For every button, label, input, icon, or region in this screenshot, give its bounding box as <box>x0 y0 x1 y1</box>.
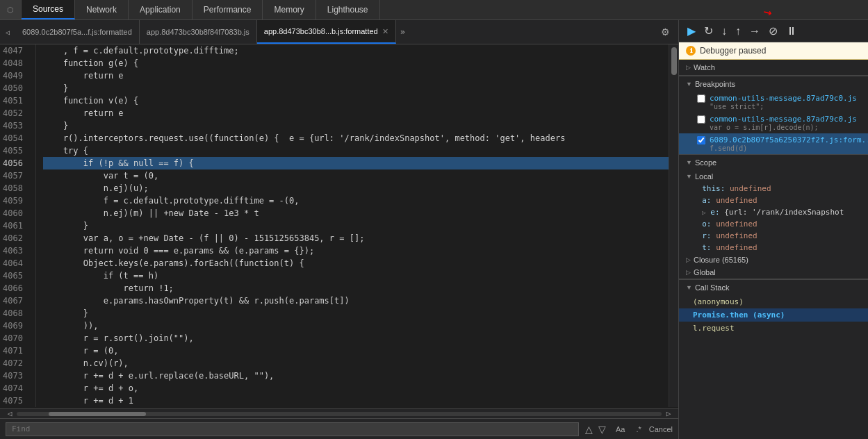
call-stack-item-2[interactable]: Promise.then (async) <box>679 308 868 322</box>
code-line-4056[interactable]: if (!p && null == f) { <box>43 157 669 169</box>
line-number-4049: 4049 <box>3 69 28 82</box>
breakpoints-section-header[interactable]: ▼ Breakpoints <box>679 76 868 92</box>
h-scroll-left[interactable]: ◁ <box>3 409 17 418</box>
closure-group-header[interactable]: ▷ Closure (65165) <box>679 254 868 266</box>
code-line-4069[interactable]: )), <box>43 320 669 332</box>
resume-btn[interactable]: ▶ <box>685 23 698 39</box>
search-next-btn[interactable]: ▽ <box>596 424 608 435</box>
h-scrollbar-track[interactable] <box>17 412 662 416</box>
editor-tab-3[interactable]: app.8d473bc30b8...b.js:formatted ✕ <box>257 20 396 44</box>
line-number-4063: 4063 <box>3 245 28 257</box>
code-line-4072[interactable]: n.cv)(r), <box>43 357 669 370</box>
h-scrollbar-thumb[interactable] <box>49 412 145 416</box>
tab-sources[interactable]: Sources <box>22 0 75 19</box>
code-line-4047[interactable]: , f = c.default.prototype.difftime; <box>43 44 669 57</box>
code-line-4052[interactable]: return e <box>43 107 669 119</box>
code-line-4055[interactable]: try { <box>43 144 669 157</box>
watch-label: Watch <box>694 63 715 72</box>
call-stack-header[interactable]: ▼ Call Stack <box>679 280 868 295</box>
code-line-4066[interactable]: return !1; <box>43 282 669 295</box>
code-line-4074[interactable]: r += d + o, <box>43 382 669 395</box>
scope-e[interactable]: ▷ e: {url: '/rank/indexSnapshot <box>679 206 868 218</box>
tab-memory[interactable]: Memory <box>263 0 316 19</box>
breakpoint-1-info: common-utils-message.87ad79c0.js "use st… <box>710 94 861 110</box>
code-line-4050[interactable]: } <box>43 82 669 94</box>
code-line-4064[interactable]: Object.keys(e.params).forEach((function(… <box>43 257 669 270</box>
code-line-4053[interactable]: } <box>43 119 669 132</box>
code-line-4054[interactable]: r().interceptors.request.use((function(e… <box>43 132 669 144</box>
code-line-4075[interactable]: r += d + 1 <box>43 395 669 407</box>
line-numbers: 4047404840494050405140524053405440554056… <box>0 44 36 407</box>
global-arrow: ▷ <box>686 269 691 276</box>
code-line-4051[interactable]: function v(e) { <box>43 94 669 107</box>
search-input[interactable] <box>6 422 579 436</box>
breakpoint-item-2[interactable]: common-utils-message.87ad79c0.js var o =… <box>679 113 868 133</box>
code-line-4068[interactable]: } <box>43 307 669 320</box>
scope-section: ▼ Scope ▼ Local this: undefined a: <box>679 155 868 279</box>
breakpoint-1-checkbox[interactable] <box>697 94 705 103</box>
code-line-4059[interactable]: f = c.default.prototype.difftime = -(0, <box>43 194 669 207</box>
code-line-4049[interactable]: return e <box>43 69 669 82</box>
search-cancel-btn[interactable]: Cancel <box>649 425 673 433</box>
scope-t-val: undefined <box>716 243 758 252</box>
scope-section-header[interactable]: ▼ Scope <box>679 155 868 170</box>
code-line-4048[interactable]: function g(e) { <box>43 57 669 69</box>
horizontal-scrollbar[interactable]: ◁ ▷ <box>0 408 678 418</box>
code-editor[interactable]: 4047404840494050405140524053405440554056… <box>0 44 678 408</box>
step-over-btn[interactable]: ↻ <box>701 23 716 39</box>
pause-on-exception-btn[interactable]: ⏸ <box>783 24 800 39</box>
step-btn[interactable]: → <box>746 24 763 39</box>
h-scroll-right[interactable]: ▷ <box>662 409 675 418</box>
watch-section-header[interactable]: ▷ Watch <box>679 60 868 76</box>
editor-tab-1[interactable]: 6089.0c2b807f5a...f.js:formatted <box>15 20 140 44</box>
breakpoint-1-code: "use strict"; <box>710 103 861 110</box>
breakpoint-2-checkbox[interactable] <box>697 115 705 124</box>
code-content[interactable]: , f = c.default.prototype.difftime; func… <box>36 44 669 407</box>
tab-prev-btn[interactable]: ◁ <box>0 20 15 44</box>
line-number-4056: 4056 <box>3 157 28 169</box>
editor-tab-2[interactable]: app.8d473bc30b8f84f7083b.js <box>140 20 257 44</box>
tab-network[interactable]: Network <box>75 0 129 19</box>
code-line-4058[interactable]: n.ej)(u); <box>43 182 669 194</box>
code-line-4062[interactable]: var a, o = +new Date - (f || 0) - 151512… <box>43 232 669 245</box>
deactivate-breakpoints-btn[interactable]: ⊘ <box>766 23 780 39</box>
code-line-4057[interactable]: var t = (0, <box>43 169 669 182</box>
code-line-4061[interactable]: } <box>43 220 669 232</box>
call-stack-item-1[interactable]: (anonymous) <box>679 295 868 308</box>
call-stack-section: ▼ Call Stack (anonymous) Promise.then (a… <box>679 279 868 335</box>
breakpoint-3-filename: 6089.0c2b807f5a6250372f2f.js:form... <box>710 135 868 144</box>
tab-application[interactable]: Application <box>129 0 193 19</box>
scope-arrow: ▼ <box>686 159 692 166</box>
breakpoint-2-filename: common-utils-message.87ad79c0.js <box>710 115 861 124</box>
step-out-btn[interactable]: ↑ <box>732 24 744 39</box>
v-scroll-thumb[interactable] <box>671 47 677 75</box>
code-line-4070[interactable]: r = r.sort().join(""), <box>43 332 669 345</box>
code-line-4073[interactable]: r += d + e.url.replace(e.baseURL, ""), <box>43 370 669 382</box>
vertical-scrollbar[interactable] <box>669 44 678 407</box>
tab-elements[interactable]: ⬡ <box>0 0 22 19</box>
close-tab-3-icon[interactable]: ✕ <box>382 27 388 36</box>
local-group-header[interactable]: ▼ Local <box>679 170 868 183</box>
breakpoint-item-3[interactable]: 6089.0c2b807f5a6250372f2f.js:form... f.s… <box>679 133 868 154</box>
match-case-btn[interactable]: Aa <box>612 424 628 435</box>
code-line-4063[interactable]: return void 0 === e.params && (e.params … <box>43 245 669 257</box>
tab-lighthouse[interactable]: Lighthouse <box>316 0 380 19</box>
code-line-4067[interactable]: e.params.hasOwnProperty(t) && r.push(e.p… <box>43 295 669 307</box>
code-line-4065[interactable]: if (t == h) <box>43 270 669 282</box>
global-group-header[interactable]: ▷ Global <box>679 266 868 279</box>
breakpoint-item-1[interactable]: common-utils-message.87ad79c0.js "use st… <box>679 92 868 113</box>
scope-e-val: {url: '/rank/indexSnapshot <box>724 208 844 217</box>
code-line-4060[interactable]: n.ej)(m) || +new Date - 1e3 * t <box>43 207 669 220</box>
regex-btn[interactable]: .* <box>632 424 644 435</box>
code-line-4071[interactable]: r = (0, <box>43 345 669 357</box>
more-tabs-button[interactable]: » <box>396 20 409 44</box>
breakpoint-2-code: var o = s.im[r].decode(n); <box>710 124 861 131</box>
breakpoint-3-checkbox[interactable] <box>697 136 705 144</box>
step-into-btn[interactable]: ↓ <box>719 24 730 39</box>
line-number-4072: 4072 <box>3 357 28 370</box>
toolbar-settings-btn[interactable]: ⚙ <box>658 25 673 39</box>
tab-performance[interactable]: Performance <box>193 0 263 19</box>
call-stack-item-3[interactable]: l.request <box>679 322 868 335</box>
scope-e-key: e: <box>710 208 719 217</box>
search-prev-btn[interactable]: △ <box>583 424 595 435</box>
